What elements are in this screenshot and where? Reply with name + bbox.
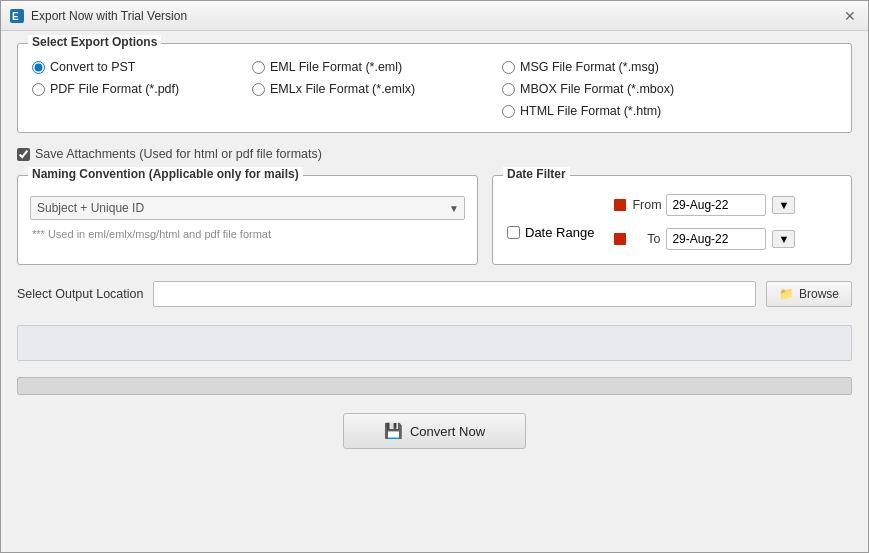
option-pst[interactable]: Convert to PST bbox=[32, 60, 252, 74]
naming-content: Subject + Unique ID ▼ *** Used in eml/em… bbox=[30, 196, 465, 240]
radio-eml[interactable] bbox=[252, 61, 265, 74]
browse-button[interactable]: 📁 Browse bbox=[766, 281, 852, 307]
to-date-icon bbox=[614, 233, 626, 245]
naming-select[interactable]: Subject + Unique ID bbox=[30, 196, 465, 220]
app-icon: E bbox=[9, 8, 25, 24]
to-date-row: To ▼ bbox=[614, 228, 795, 250]
radio-pdf[interactable] bbox=[32, 83, 45, 96]
date-filter-box: Date Filter Date Range From ▼ bbox=[492, 175, 852, 265]
to-date-input[interactable] bbox=[666, 228, 766, 250]
option-eml[interactable]: EML File Format (*.eml) bbox=[252, 60, 502, 74]
export-options-legend: Select Export Options bbox=[28, 35, 161, 49]
option-html-label: HTML File Format (*.htm) bbox=[520, 104, 661, 118]
naming-select-wrapper: Subject + Unique ID ▼ bbox=[30, 196, 465, 220]
main-window: E Export Now with Trial Version ✕ Select… bbox=[0, 0, 869, 553]
save-attachments-label: Save Attachments (Used for html or pdf f… bbox=[35, 147, 322, 161]
from-date-row: From ▼ bbox=[614, 194, 795, 216]
option-mbox-label: MBOX File Format (*.mbox) bbox=[520, 82, 674, 96]
radio-mbox[interactable] bbox=[502, 83, 515, 96]
date-filter-content: Date Range From ▼ To ▼ bbox=[507, 194, 837, 250]
date-filter-legend: Date Filter bbox=[503, 167, 570, 181]
option-pdf[interactable]: PDF File Format (*.pdf) bbox=[32, 82, 252, 96]
date-range-left: Date Range bbox=[507, 194, 594, 250]
option-eml-label: EML File Format (*.eml) bbox=[270, 60, 402, 74]
browse-label: Browse bbox=[799, 287, 839, 301]
option-pst-label: Convert to PST bbox=[50, 60, 135, 74]
from-label: From bbox=[632, 198, 660, 212]
radio-emlx[interactable] bbox=[252, 83, 265, 96]
from-date-input[interactable] bbox=[666, 194, 766, 216]
option-emlx[interactable]: EMLx File Format (*.emlx) bbox=[252, 82, 502, 96]
convert-now-label: Convert Now bbox=[410, 424, 485, 439]
date-range-checkbox[interactable] bbox=[507, 226, 520, 239]
option-html[interactable]: HTML File Format (*.htm) bbox=[502, 104, 752, 118]
naming-convention-legend: Naming Convention (Applicable only for m… bbox=[28, 167, 303, 181]
option-mbox[interactable]: MBOX File Format (*.mbox) bbox=[502, 82, 752, 96]
option-msg[interactable]: MSG File Format (*.msg) bbox=[502, 60, 752, 74]
title-bar-text: Export Now with Trial Version bbox=[31, 9, 840, 23]
convert-now-button[interactable]: 💾 Convert Now bbox=[343, 413, 526, 449]
radio-html[interactable] bbox=[502, 105, 515, 118]
browse-icon: 📁 bbox=[779, 287, 794, 301]
progress-bar-track bbox=[17, 377, 852, 395]
output-location-input[interactable] bbox=[153, 281, 756, 307]
progress-area-1 bbox=[17, 325, 852, 361]
from-date-picker-button[interactable]: ▼ bbox=[772, 196, 795, 214]
radio-pst[interactable] bbox=[32, 61, 45, 74]
close-button[interactable]: ✕ bbox=[840, 6, 860, 26]
option-emlx-label: EMLx File Format (*.emlx) bbox=[270, 82, 415, 96]
save-attachments-checkbox[interactable] bbox=[17, 148, 30, 161]
export-options-group: Select Export Options Convert to PST EML… bbox=[17, 43, 852, 133]
title-bar: E Export Now with Trial Version ✕ bbox=[1, 1, 868, 31]
to-date-picker-button[interactable]: ▼ bbox=[772, 230, 795, 248]
bottom-area: 💾 Convert Now bbox=[17, 405, 852, 457]
radio-grid: Convert to PST EML File Format (*.eml) M… bbox=[32, 54, 837, 118]
option-pdf-label: PDF File Format (*.pdf) bbox=[50, 82, 179, 96]
convert-icon: 💾 bbox=[384, 422, 403, 440]
date-range-label: Date Range bbox=[525, 225, 594, 240]
naming-convention-box: Naming Convention (Applicable only for m… bbox=[17, 175, 478, 265]
svg-text:E: E bbox=[12, 11, 19, 22]
output-location-row: Select Output Location 📁 Browse bbox=[17, 275, 852, 313]
radio-msg[interactable] bbox=[502, 61, 515, 74]
save-attachments-row: Save Attachments (Used for html or pdf f… bbox=[17, 143, 852, 165]
date-rows: From ▼ To ▼ bbox=[614, 194, 795, 250]
middle-section: Naming Convention (Applicable only for m… bbox=[17, 175, 852, 265]
main-content: Select Export Options Convert to PST EML… bbox=[1, 31, 868, 552]
output-location-label: Select Output Location bbox=[17, 287, 143, 301]
from-date-icon bbox=[614, 199, 626, 211]
option-msg-label: MSG File Format (*.msg) bbox=[520, 60, 659, 74]
to-label: To bbox=[632, 232, 660, 246]
naming-note: *** Used in eml/emlx/msg/html and pdf fi… bbox=[30, 228, 465, 240]
